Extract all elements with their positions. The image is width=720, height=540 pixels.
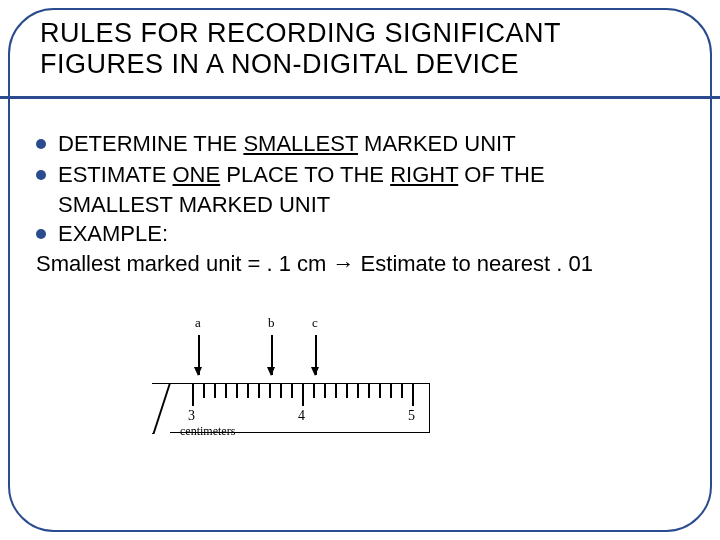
- tick-minor-icon: [203, 384, 205, 398]
- tick-minor-icon: [214, 384, 216, 398]
- bullet-dot-icon: [36, 229, 46, 239]
- pointer-labels: a b c: [170, 315, 430, 333]
- text-underlined: ONE: [173, 162, 221, 187]
- body-content: DETERMINE THE SMALLEST MARKED UNIT ESTIM…: [36, 130, 684, 279]
- pointer-label-a: a: [195, 315, 201, 331]
- arrow-c-icon: [315, 335, 317, 375]
- tick-minor-icon: [401, 384, 403, 398]
- arrow-b-icon: [271, 335, 273, 375]
- ruler: 3 4 5 centimeters: [170, 383, 430, 433]
- ruler-ticks: [170, 384, 429, 406]
- pointer-label-b: b: [268, 315, 275, 331]
- bullet-dot-icon: [36, 170, 46, 180]
- bullet-dot-icon: [36, 139, 46, 149]
- tick-minor-icon: [247, 384, 249, 398]
- ruler-number-3: 3: [188, 408, 195, 424]
- ruler-number-4: 4: [298, 408, 305, 424]
- tick-minor-icon: [346, 384, 348, 398]
- bullet-2-continuation: SMALLEST MARKED UNIT: [36, 191, 684, 220]
- tick-major-icon: [302, 384, 304, 406]
- pointer-arrows: [170, 333, 430, 383]
- ruler-figure: a b c 3 4 5 centimeters: [170, 315, 430, 433]
- tick-major-icon: [412, 384, 414, 406]
- example-line: Smallest marked unit = . 1 cm → Estimate…: [36, 250, 684, 279]
- title-block: RULES FOR RECORDING SIGNIFICANT FIGURES …: [40, 18, 680, 80]
- tick-major-icon: [192, 384, 194, 406]
- bullet-2-text: ESTIMATE ONE PLACE TO THE RIGHT OF THE: [58, 161, 545, 190]
- bullet-3-text: EXAMPLE:: [58, 220, 168, 249]
- slide-title-line1: RULES FOR RECORDING SIGNIFICANT: [40, 18, 680, 49]
- text-fragment: DETERMINE THE: [58, 131, 243, 156]
- text-fragment: MARKED UNIT: [358, 131, 516, 156]
- title-underline: [0, 96, 720, 99]
- tick-minor-icon: [280, 384, 282, 398]
- tick-minor-icon: [225, 384, 227, 398]
- tick-minor-icon: [379, 384, 381, 398]
- tick-minor-icon: [357, 384, 359, 398]
- ruler-torn-edge-icon: [152, 383, 172, 434]
- text-fragment: PLACE TO THE: [220, 162, 390, 187]
- tick-minor-icon: [291, 384, 293, 398]
- bullet-1-text: DETERMINE THE SMALLEST MARKED UNIT: [58, 130, 516, 159]
- tick-minor-icon: [313, 384, 315, 398]
- tick-minor-icon: [368, 384, 370, 398]
- ruler-unit-label: centimeters: [180, 424, 235, 439]
- tick-minor-icon: [258, 384, 260, 398]
- text-underlined: RIGHT: [390, 162, 458, 187]
- slide-title-line2: FIGURES IN A NON-DIGITAL DEVICE: [40, 49, 680, 80]
- text-fragment: OF THE: [458, 162, 544, 187]
- bullet-2: ESTIMATE ONE PLACE TO THE RIGHT OF THE: [36, 161, 684, 190]
- tick-minor-icon: [335, 384, 337, 398]
- ruler-number-5: 5: [408, 408, 415, 424]
- bullet-3: EXAMPLE:: [36, 220, 684, 249]
- text-fragment: ESTIMATE: [58, 162, 173, 187]
- text-underlined: SMALLEST: [243, 131, 358, 156]
- tick-minor-icon: [390, 384, 392, 398]
- tick-minor-icon: [236, 384, 238, 398]
- tick-minor-icon: [269, 384, 271, 398]
- pointer-label-c: c: [312, 315, 318, 331]
- tick-minor-icon: [324, 384, 326, 398]
- bullet-1: DETERMINE THE SMALLEST MARKED UNIT: [36, 130, 684, 159]
- arrow-a-icon: [198, 335, 200, 375]
